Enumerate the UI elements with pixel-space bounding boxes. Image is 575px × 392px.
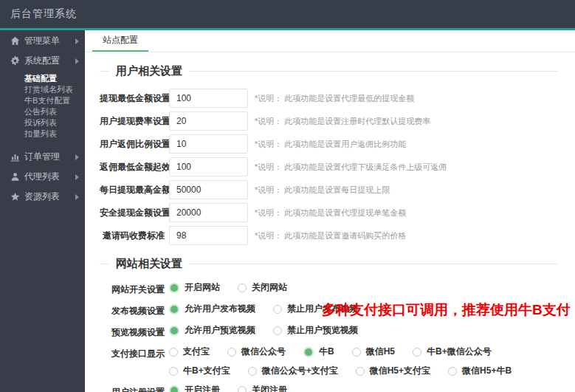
main-content: 站点配置 用户相关设置 提现最低金额设置 *说明： 此项功能是设置代理最低的提现… bbox=[85, 30, 575, 392]
cogs-icon bbox=[10, 56, 20, 66]
app-header: 后台管理系统 bbox=[0, 0, 575, 28]
radio-option-wechat-official[interactable]: 微信公众号 bbox=[227, 345, 286, 358]
chevron-right-icon bbox=[75, 174, 79, 180]
payment-recommendation-note: 多种支付接口可调用，推荐使用牛B支付 bbox=[322, 300, 571, 320]
radio-row-user-register: 用户注册设置 开启注册 关闭注册 bbox=[100, 384, 557, 392]
radio-icon bbox=[169, 304, 179, 314]
rebate-min-amount-input[interactable] bbox=[169, 157, 248, 176]
radio-option-wechat-h5[interactable]: 微信H5 bbox=[352, 345, 395, 358]
radio-row-site-switch: 网站开关设置 开启网站 关闭网站 bbox=[100, 281, 557, 296]
radio-option-close-site[interactable]: 关闭网站 bbox=[238, 281, 287, 294]
chevron-right-icon bbox=[75, 194, 79, 200]
star-icon bbox=[10, 192, 20, 202]
home-icon bbox=[10, 36, 20, 46]
radio-icon bbox=[238, 386, 247, 392]
radio-option-niub-wechat-official[interactable]: 牛B+微信公众号 bbox=[413, 345, 492, 358]
radio-option-wechat-h5-alipay[interactable]: 微信H5+支付宝 bbox=[356, 365, 430, 377]
radio-icon bbox=[273, 326, 282, 335]
field-hint: *说明： 此项功能是设置用户返佣比例功能 bbox=[255, 139, 406, 150]
radio-icon bbox=[169, 385, 179, 392]
withdraw-fee-rate-input[interactable] bbox=[169, 111, 248, 131]
sidebar: 管理菜单 系统配置 基础配置 打赏域名列表 牛B支付配置 公告列表 投诉列表 扣… bbox=[0, 30, 85, 392]
radio-icon bbox=[352, 348, 361, 357]
field-label: 返佣最低金额起效 bbox=[100, 161, 165, 173]
radio-option-forbid-preview[interactable]: 禁止用户预览视频 bbox=[273, 324, 358, 337]
sidebar-item-label: 资源列表 bbox=[24, 190, 60, 203]
field-hint: *说明： 此项功能是设置代理下级满足条件上级可返佣 bbox=[255, 162, 447, 173]
radio-icon bbox=[169, 348, 178, 357]
radio-option-niub[interactable]: 牛B bbox=[303, 345, 334, 358]
radio-option-wechat-official-alipay[interactable]: 微信公众号+支付宝 bbox=[248, 365, 338, 377]
sidebar-item-resource-list[interactable]: 资源列表 bbox=[0, 187, 85, 207]
form-row-safe-withdraw: 安全提现金额设置 *说明： 此项功能是设置代理提现单笔金额 bbox=[100, 203, 557, 222]
user-icon bbox=[10, 172, 20, 182]
tab-bar: 站点配置 bbox=[85, 30, 575, 52]
safe-withdraw-input[interactable] bbox=[169, 203, 248, 222]
daily-max-withdraw-input[interactable] bbox=[169, 180, 248, 199]
radio-icon bbox=[169, 367, 178, 376]
radio-option-niub-alipay[interactable]: 牛B+支付宝 bbox=[169, 365, 230, 377]
sidebar-item-label: 订单管理 bbox=[24, 151, 60, 163]
submenu-item-tip-domain-list[interactable]: 打赏域名列表 bbox=[0, 84, 85, 95]
radio-row-preview-video: 预览视频设置 允许用户预览视频 禁止用户预览视频 bbox=[100, 324, 557, 339]
form-row-rebate-ratio: 用户返佣比例设置 *说明： 此项功能是设置用户返佣比例功能 bbox=[100, 134, 557, 154]
sidebar-item-order-manage[interactable]: 订单管理 bbox=[0, 147, 85, 167]
radio-icon bbox=[238, 283, 247, 292]
radio-icon bbox=[356, 367, 365, 376]
radio-option-wechat-h5-niub[interactable]: 微信H5+牛B bbox=[448, 365, 512, 377]
submenu-item-announcement-list[interactable]: 公告列表 bbox=[0, 106, 85, 117]
radio-icon bbox=[273, 305, 282, 314]
field-label: 支付接口显示 bbox=[100, 348, 165, 360]
radio-icon bbox=[169, 283, 179, 293]
sidebar-submenu: 基础配置 打赏域名列表 牛B支付配置 公告列表 投诉列表 扣量列表 bbox=[0, 71, 85, 147]
form-row-invite-code-price: 邀请码收费标准 *说明： 此项功能是设置邀请码购买的价格 bbox=[100, 226, 557, 245]
sidebar-item-label: 代理列表 bbox=[24, 171, 60, 183]
submenu-item-niub-pay-config[interactable]: 牛B支付配置 bbox=[0, 95, 85, 106]
radio-option-allow-preview[interactable]: 允许用户预览视频 bbox=[169, 324, 255, 337]
radio-option-alipay[interactable]: 支付宝 bbox=[169, 345, 210, 358]
field-hint: *说明： 此项功能是设置代理最低的提现金额 bbox=[255, 93, 414, 104]
sidebar-item-manage-menu[interactable]: 管理菜单 bbox=[0, 31, 85, 51]
section-title-website-settings: 网站相关设置 bbox=[100, 257, 557, 271]
field-label: 每日提现最高金额 bbox=[100, 184, 165, 196]
field-label: 邀请码收费标准 bbox=[100, 230, 165, 242]
submenu-item-basic-config[interactable]: 基础配置 bbox=[0, 73, 85, 84]
radio-option-allow-publish[interactable]: 允许用户发布视频 bbox=[169, 303, 255, 315]
app-title: 后台管理系统 bbox=[10, 7, 77, 21]
sidebar-item-agent-list[interactable]: 代理列表 bbox=[0, 167, 85, 187]
radio-row-payment-interface: 支付接口显示 支付宝 微信公众号 牛B 微信H5 牛B+微信公众号 牛B+支付宝… bbox=[100, 345, 557, 377]
field-hint: *说明： 此项功能是设置代理提现单笔金额 bbox=[255, 207, 406, 219]
field-label: 用户返佣比例设置 bbox=[100, 138, 165, 151]
radio-icon bbox=[227, 348, 236, 357]
radio-icon bbox=[448, 367, 457, 376]
chevron-right-icon bbox=[75, 58, 79, 64]
sidebar-item-system-config[interactable]: 系统配置 bbox=[0, 51, 85, 71]
field-label: 用户提现费率设置 bbox=[100, 115, 165, 128]
radio-option-close-register[interactable]: 关闭注册 bbox=[238, 384, 287, 392]
form-row-withdraw-fee-rate: 用户提现费率设置 *说明： 此项功能是设置注册时代理默认提现费率 bbox=[100, 111, 557, 131]
field-label: 提现最低金额设置 bbox=[100, 92, 165, 105]
form-row-rebate-min-amount: 返佣最低金额起效 *说明： 此项功能是设置代理下级满足条件上级可返佣 bbox=[100, 157, 557, 176]
radio-icon bbox=[169, 326, 179, 336]
field-label: 网站开关设置 bbox=[100, 283, 165, 296]
submenu-item-deduction-list[interactable]: 扣量列表 bbox=[0, 128, 85, 140]
submenu-item-complaint-list[interactable]: 投诉列表 bbox=[0, 117, 85, 128]
field-hint: *说明： 此项功能是设置注册时代理默认提现费率 bbox=[255, 116, 430, 127]
chevron-right-icon bbox=[75, 38, 79, 44]
tab-site-config[interactable]: 站点配置 bbox=[92, 30, 148, 52]
radio-option-open-register[interactable]: 开启注册 bbox=[169, 384, 220, 392]
radio-icon bbox=[303, 347, 314, 357]
field-hint: *说明： 此项功能是设置邀请码购买的价格 bbox=[255, 230, 406, 241]
radio-option-open-site[interactable]: 开启网站 bbox=[169, 281, 220, 294]
radio-icon bbox=[248, 367, 257, 376]
rebate-ratio-input[interactable] bbox=[169, 134, 248, 154]
sidebar-item-label: 系统配置 bbox=[24, 55, 60, 67]
min-withdraw-input[interactable] bbox=[169, 89, 248, 108]
section-title-user-settings: 用户相关设置 bbox=[100, 64, 557, 78]
chevron-right-icon bbox=[75, 154, 79, 160]
form-row-min-withdraw: 提现最低金额设置 *说明： 此项功能是设置代理最低的提现金额 bbox=[100, 89, 557, 108]
field-label: 安全提现金额设置 bbox=[100, 207, 165, 219]
invite-code-price-input[interactable] bbox=[169, 226, 248, 245]
sidebar-item-label: 管理菜单 bbox=[24, 35, 60, 47]
field-label: 预览视频设置 bbox=[100, 326, 165, 339]
